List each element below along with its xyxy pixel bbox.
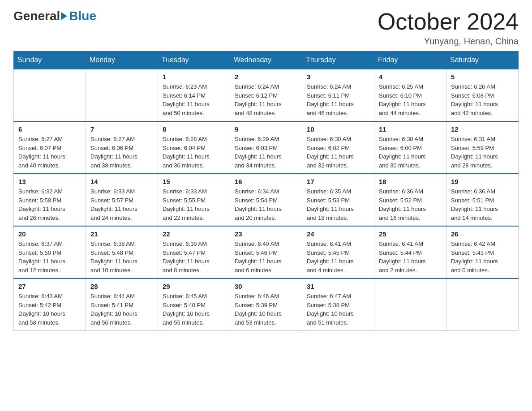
logo-arrow-icon — [61, 12, 67, 20]
title-section: October 2024 Yunyang, Henan, China — [378, 9, 519, 47]
day-number: 31 — [307, 283, 369, 290]
calendar-header-tuesday: Tuesday — [158, 51, 230, 69]
day-info: Sunrise: 6:38 AMSunset: 5:48 PMDaylight:… — [90, 240, 153, 274]
day-info: Sunrise: 6:47 AMSunset: 5:38 PMDaylight:… — [307, 292, 369, 327]
day-info: Sunrise: 6:44 AMSunset: 5:41 PMDaylight:… — [90, 292, 153, 327]
calendar-cell: 31Sunrise: 6:47 AMSunset: 5:38 PMDayligh… — [302, 278, 374, 331]
day-number: 26 — [451, 230, 514, 238]
calendar-cell: 6Sunrise: 6:27 AMSunset: 6:07 PMDaylight… — [14, 121, 86, 174]
day-number: 27 — [18, 283, 81, 290]
calendar-header-row: SundayMondayTuesdayWednesdayThursdayFrid… — [14, 51, 519, 69]
day-info: Sunrise: 6:41 AMSunset: 5:45 PMDaylight:… — [307, 240, 369, 274]
day-info: Sunrise: 6:24 AMSunset: 6:12 PMDaylight:… — [235, 82, 297, 117]
day-info: Sunrise: 6:34 AMSunset: 5:54 PMDaylight:… — [235, 187, 297, 222]
calendar-cell: 27Sunrise: 6:43 AMSunset: 5:42 PMDayligh… — [14, 278, 86, 331]
day-number: 13 — [18, 178, 81, 185]
day-info: Sunrise: 6:35 AMSunset: 5:53 PMDaylight:… — [307, 187, 369, 222]
day-number: 23 — [235, 230, 297, 238]
calendar-header-sunday: Sunday — [14, 51, 86, 69]
day-info: Sunrise: 6:42 AMSunset: 5:43 PMDaylight:… — [451, 240, 514, 274]
day-info: Sunrise: 6:39 AMSunset: 5:47 PMDaylight:… — [163, 240, 225, 274]
calendar-week-row: 6Sunrise: 6:27 AMSunset: 6:07 PMDaylight… — [14, 121, 519, 174]
day-number: 15 — [163, 178, 225, 185]
day-number: 21 — [90, 230, 153, 238]
day-info: Sunrise: 6:45 AMSunset: 5:40 PMDaylight:… — [163, 292, 225, 327]
calendar-cell: 25Sunrise: 6:41 AMSunset: 5:44 PMDayligh… — [374, 226, 446, 278]
calendar-week-row: 1Sunrise: 6:23 AMSunset: 6:14 PMDaylight… — [14, 69, 519, 121]
day-info: Sunrise: 6:37 AMSunset: 5:50 PMDaylight:… — [18, 240, 81, 274]
day-number: 4 — [379, 73, 442, 81]
day-number: 22 — [163, 230, 225, 238]
day-info: Sunrise: 6:46 AMSunset: 5:39 PMDaylight:… — [235, 292, 297, 327]
logo-blue-text: Blue — [69, 9, 96, 23]
header: General Blue October 2024 Yunyang, Henan… — [13, 9, 519, 47]
day-number: 30 — [235, 283, 297, 290]
day-info: Sunrise: 6:36 AMSunset: 5:51 PMDaylight:… — [451, 187, 514, 222]
day-info: Sunrise: 6:23 AMSunset: 6:14 PMDaylight:… — [163, 82, 225, 117]
calendar-cell: 5Sunrise: 6:26 AMSunset: 6:08 PMDaylight… — [446, 69, 519, 121]
day-number: 9 — [235, 125, 297, 133]
day-number: 10 — [307, 125, 369, 133]
calendar-cell: 28Sunrise: 6:44 AMSunset: 5:41 PMDayligh… — [86, 278, 158, 331]
calendar-cell: 4Sunrise: 6:25 AMSunset: 6:10 PMDaylight… — [374, 69, 446, 121]
calendar-cell: 23Sunrise: 6:40 AMSunset: 5:46 PMDayligh… — [230, 226, 302, 278]
day-number: 17 — [307, 178, 369, 185]
day-number: 7 — [90, 125, 153, 133]
calendar-cell: 11Sunrise: 6:30 AMSunset: 6:00 PMDayligh… — [374, 121, 446, 174]
calendar-cell: 10Sunrise: 6:30 AMSunset: 6:02 PMDayligh… — [302, 121, 374, 174]
calendar-cell: 22Sunrise: 6:39 AMSunset: 5:47 PMDayligh… — [158, 226, 230, 278]
calendar-cell: 16Sunrise: 6:34 AMSunset: 5:54 PMDayligh… — [230, 174, 302, 226]
calendar-cell: 24Sunrise: 6:41 AMSunset: 5:45 PMDayligh… — [302, 226, 374, 278]
day-number: 24 — [307, 230, 369, 238]
day-number: 1 — [163, 73, 225, 81]
calendar-cell: 12Sunrise: 6:31 AMSunset: 5:59 PMDayligh… — [446, 121, 519, 174]
calendar-cell: 2Sunrise: 6:24 AMSunset: 6:12 PMDaylight… — [230, 69, 302, 121]
day-info: Sunrise: 6:30 AMSunset: 6:02 PMDaylight:… — [307, 135, 369, 170]
day-number: 2 — [235, 73, 297, 81]
day-info: Sunrise: 6:33 AMSunset: 5:57 PMDaylight:… — [90, 187, 153, 222]
day-number: 8 — [163, 125, 225, 133]
day-number: 3 — [307, 73, 369, 81]
day-number: 12 — [451, 125, 514, 133]
calendar-cell — [86, 69, 158, 121]
day-info: Sunrise: 6:40 AMSunset: 5:46 PMDaylight:… — [235, 240, 297, 274]
calendar-cell: 7Sunrise: 6:27 AMSunset: 6:06 PMDaylight… — [86, 121, 158, 174]
day-info: Sunrise: 6:43 AMSunset: 5:42 PMDaylight:… — [18, 292, 81, 327]
calendar-week-row: 20Sunrise: 6:37 AMSunset: 5:50 PMDayligh… — [14, 226, 519, 278]
calendar-cell: 9Sunrise: 6:29 AMSunset: 6:03 PMDaylight… — [230, 121, 302, 174]
calendar-header-thursday: Thursday — [302, 51, 374, 69]
day-info: Sunrise: 6:28 AMSunset: 6:04 PMDaylight:… — [163, 135, 225, 170]
calendar-cell: 26Sunrise: 6:42 AMSunset: 5:43 PMDayligh… — [446, 226, 519, 278]
logo-blue-part: Blue — [60, 9, 96, 23]
day-number: 28 — [90, 283, 153, 290]
calendar-cell: 13Sunrise: 6:32 AMSunset: 5:58 PMDayligh… — [14, 174, 86, 226]
calendar-cell: 29Sunrise: 6:45 AMSunset: 5:40 PMDayligh… — [158, 278, 230, 331]
calendar-header-wednesday: Wednesday — [230, 51, 302, 69]
day-info: Sunrise: 6:27 AMSunset: 6:07 PMDaylight:… — [18, 135, 81, 170]
calendar-cell: 8Sunrise: 6:28 AMSunset: 6:04 PMDaylight… — [158, 121, 230, 174]
calendar-cell — [14, 69, 86, 121]
day-info: Sunrise: 6:36 AMSunset: 5:52 PMDaylight:… — [379, 187, 442, 222]
logo-text: General Blue — [13, 9, 96, 23]
day-info: Sunrise: 6:32 AMSunset: 5:58 PMDaylight:… — [18, 187, 81, 222]
day-info: Sunrise: 6:33 AMSunset: 5:55 PMDaylight:… — [163, 187, 225, 222]
calendar-header-saturday: Saturday — [446, 51, 519, 69]
day-number: 29 — [163, 283, 225, 290]
calendar-header-friday: Friday — [374, 51, 446, 69]
day-info: Sunrise: 6:27 AMSunset: 6:06 PMDaylight:… — [90, 135, 153, 170]
calendar-cell: 15Sunrise: 6:33 AMSunset: 5:55 PMDayligh… — [158, 174, 230, 226]
calendar-header-monday: Monday — [86, 51, 158, 69]
calendar-table: SundayMondayTuesdayWednesdayThursdayFrid… — [13, 51, 519, 331]
calendar-cell — [446, 278, 519, 331]
day-info: Sunrise: 6:25 AMSunset: 6:10 PMDaylight:… — [379, 82, 442, 117]
day-info: Sunrise: 6:24 AMSunset: 6:11 PMDaylight:… — [307, 82, 369, 117]
calendar-cell: 1Sunrise: 6:23 AMSunset: 6:14 PMDaylight… — [158, 69, 230, 121]
day-info: Sunrise: 6:29 AMSunset: 6:03 PMDaylight:… — [235, 135, 297, 170]
day-number: 14 — [90, 178, 153, 185]
day-info: Sunrise: 6:41 AMSunset: 5:44 PMDaylight:… — [379, 240, 442, 274]
calendar-cell: 20Sunrise: 6:37 AMSunset: 5:50 PMDayligh… — [14, 226, 86, 278]
calendar-cell: 17Sunrise: 6:35 AMSunset: 5:53 PMDayligh… — [302, 174, 374, 226]
day-number: 18 — [379, 178, 442, 185]
logo: General Blue — [13, 9, 96, 23]
month-title: October 2024 — [378, 9, 519, 34]
